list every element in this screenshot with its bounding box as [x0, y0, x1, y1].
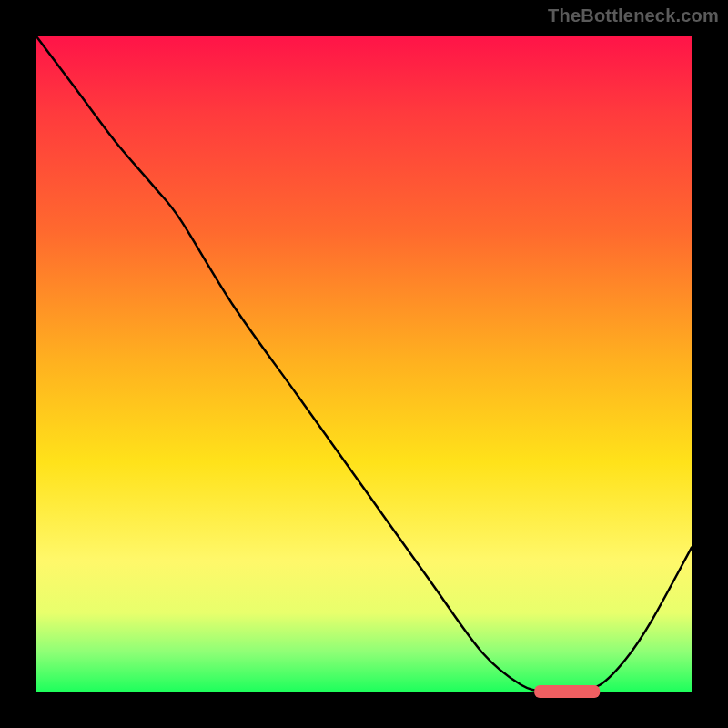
curve-layer: [36, 36, 692, 692]
optimum-marker: [534, 685, 600, 698]
attribution-text: TheBottleneck.com: [548, 5, 719, 26]
plot-area: [36, 36, 692, 692]
curve-line: [36, 36, 692, 693]
chart-frame: TheBottleneck.com: [0, 0, 728, 728]
